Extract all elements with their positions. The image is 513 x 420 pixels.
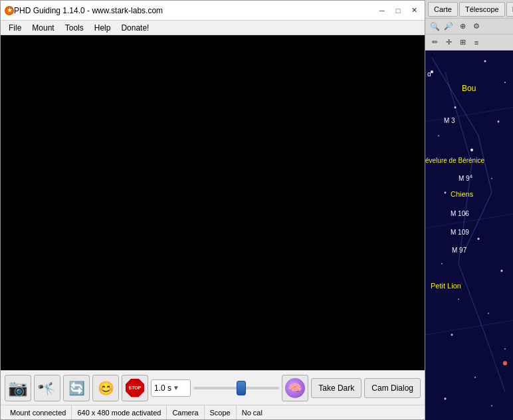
maximize-button[interactable]: □ <box>391 4 405 17</box>
m109-label: M 109 <box>451 229 469 236</box>
camera-button[interactable]: 📷 <box>5 375 31 401</box>
svg-point-13 <box>455 106 457 108</box>
chart-toolbar-icons: 🔍 🔎 ⊕ ⚙ <box>425 19 513 35</box>
chart-telescope-button[interactable]: Télescope <box>459 2 505 17</box>
svg-point-25 <box>451 334 453 336</box>
take-dark-button[interactable]: Take Dark <box>311 378 361 398</box>
guide-button[interactable]: 😊 <box>92 375 119 401</box>
title-bar: ★ PHD Guiding 1.14.0 - www.stark-labs.co… <box>1 1 425 21</box>
svg-point-18 <box>491 177 492 179</box>
minimize-button[interactable]: ─ <box>375 4 389 17</box>
svg-point-26 <box>504 348 506 350</box>
guide-canvas <box>1 35 425 370</box>
window-controls: ─ □ ✕ <box>375 4 421 17</box>
svg-line-8 <box>425 214 513 228</box>
menu-bar: File Mount Tools Help Donate! <box>1 21 425 35</box>
exposure-dropdown[interactable]: 1.0 s ▼ <box>151 379 191 397</box>
search-icon[interactable]: ⊕ <box>456 21 469 33</box>
chart-toolbar-top: Carte Télescope F <box>425 0 513 19</box>
chart-carte-button[interactable]: Carte <box>428 2 458 17</box>
slider-track <box>193 387 279 389</box>
svg-point-28 <box>474 377 476 378</box>
telescope-icon: 🔭 <box>36 377 58 399</box>
svg-point-20 <box>478 238 480 240</box>
crosshair-icon[interactable]: ✛ <box>442 37 455 49</box>
svg-point-17 <box>445 191 447 193</box>
star-chart-canvas[interactable]: α Bou M 3 évelure de Bérénice M 94 Chien… <box>425 51 513 420</box>
menu-mount[interactable]: Mount <box>27 22 59 34</box>
loop-button[interactable]: 🔄 <box>63 375 90 401</box>
svg-point-14 <box>438 135 439 136</box>
gain-slider-container <box>193 379 279 397</box>
petit-lion-label: Petit Lion <box>431 282 461 290</box>
status-bar: Mount connected 640 x 480 mode activated… <box>1 405 425 419</box>
chiens-label: Chiens <box>451 190 473 198</box>
svg-line-7 <box>425 108 513 122</box>
svg-point-24 <box>488 313 489 314</box>
camera-icon: 📷 <box>8 379 28 397</box>
telescope-button[interactable]: 🔭 <box>34 375 60 401</box>
stop-button[interactable]: STOP <box>122 375 148 401</box>
guide-icon: 😊 <box>98 380 114 396</box>
svg-point-12 <box>504 82 506 83</box>
close-button[interactable]: ✕ <box>407 4 421 17</box>
bou-label: Bou <box>462 84 476 93</box>
brain-icon: 🧠 <box>285 378 305 398</box>
svg-point-29 <box>445 397 447 399</box>
resolution-status: 640 x 480 mode activated <box>72 405 167 419</box>
menu-help[interactable]: Help <box>89 22 116 34</box>
svg-line-9 <box>425 320 513 334</box>
loop-icon: 🔄 <box>68 380 85 396</box>
svg-point-16 <box>470 149 473 152</box>
svg-point-30 <box>491 405 492 407</box>
svg-line-0 <box>432 58 478 136</box>
menu-tools[interactable]: Tools <box>60 22 89 34</box>
m9-label: M 94 <box>459 173 472 182</box>
scope-status: Scope <box>205 405 237 419</box>
brain-button[interactable]: 🧠 <box>282 375 308 401</box>
svg-line-1 <box>478 136 492 193</box>
exposure-value: 1.0 s <box>154 383 171 393</box>
stop-icon: STOP <box>126 379 144 397</box>
alpha-label: α <box>427 70 431 78</box>
m106-label: M 106 <box>451 210 469 217</box>
zoom-out-icon[interactable]: 🔎 <box>442 21 455 33</box>
bottom-toolbar: 📷 🔭 🔄 😊 STOP 1.0 s ▼ <box>1 370 425 405</box>
svg-point-15 <box>498 120 500 122</box>
phd-window: ★ PHD Guiding 1.14.0 - www.stark-labs.co… <box>0 0 425 420</box>
svg-point-23 <box>458 298 459 300</box>
star-chart-svg <box>425 51 513 420</box>
extra-icon[interactable]: ≡ <box>470 37 483 49</box>
app-icon: ★ <box>5 6 14 15</box>
cam-dialog-button[interactable]: Cam Dialog <box>364 378 421 398</box>
zoom-in-icon[interactable]: 🔍 <box>428 21 441 33</box>
window-title: PHD Guiding 1.14.0 - www.stark-labs.com <box>14 6 375 15</box>
svg-point-11 <box>484 60 486 62</box>
menu-donate[interactable]: Donate! <box>116 22 154 34</box>
right-panel: Carte Télescope F 🔍 🔎 ⊕ ⚙ ✏ ✛ ⊞ ≡ <box>425 0 513 420</box>
svg-line-6 <box>485 335 505 392</box>
camera-status: Camera <box>167 405 204 419</box>
dropdown-arrow: ▼ <box>173 384 179 391</box>
chart-f-button[interactable]: F <box>506 2 513 17</box>
svg-point-21 <box>441 263 443 264</box>
chart-toolbar-icons2: ✏ ✛ ⊞ ≡ <box>425 35 513 51</box>
chevelure-label: évelure de Bérénice <box>425 157 484 164</box>
mount-status: Mount connected <box>5 405 72 419</box>
grid-icon[interactable]: ⊞ <box>456 37 469 49</box>
m3-label: M 3 <box>444 117 455 124</box>
settings-icon[interactable]: ⚙ <box>470 21 483 33</box>
menu-file[interactable]: File <box>3 22 27 34</box>
cal-status: No cal <box>237 405 268 419</box>
m97-label: M 97 <box>452 247 466 254</box>
svg-line-5 <box>459 264 485 335</box>
svg-point-27 <box>503 361 507 365</box>
draw-icon[interactable]: ✏ <box>428 37 441 49</box>
slider-thumb[interactable] <box>237 381 246 395</box>
svg-point-22 <box>501 270 503 272</box>
